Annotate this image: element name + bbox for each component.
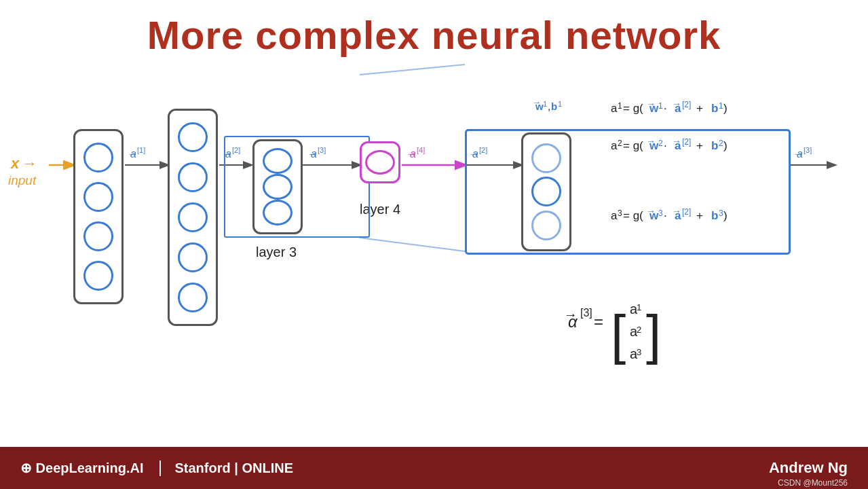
svg-text:[4]: [4]: [417, 146, 425, 154]
neuron-l2-5: [178, 283, 208, 312]
neuron-l1-2: [83, 182, 113, 212]
svg-text:→: →: [406, 148, 417, 160]
svg-text:→: →: [646, 98, 656, 109]
w1b1-label: → w 1 , b 1: [532, 97, 562, 112]
svg-text:→: →: [793, 148, 804, 160]
svg-text:a: a: [630, 346, 638, 361]
svg-text:+: +: [696, 102, 703, 115]
svg-text:1: 1: [618, 101, 622, 111]
svg-text:3: 3: [637, 347, 641, 357]
svg-text:a: a: [410, 148, 416, 160]
svg-line-27: [360, 65, 465, 75]
layer4-box: [360, 141, 400, 183]
svg-text:a: a: [630, 324, 638, 339]
neuron-l1-3: [83, 221, 113, 251]
neuron-detail-2: [531, 177, 561, 206]
svg-text:): ): [723, 102, 728, 115]
neuron-l1-1: [83, 143, 113, 173]
layer3-detail-box: [521, 132, 571, 251]
credit-text: CSDN @Mount256: [778, 478, 848, 488]
svg-text:[3]: [3]: [804, 146, 812, 154]
neuron-detail-3: [531, 211, 561, 240]
svg-text:1: 1: [719, 101, 723, 111]
footer-left: ⊕ DeepLearning.AI Stanford | ONLINE: [20, 460, 293, 476]
svg-text:2: 2: [637, 325, 641, 335]
neuron-l3-1: [263, 148, 293, 174]
svg-text:a: a: [675, 102, 681, 115]
deeplearning-logo: ⊕ DeepLearning.AI: [20, 460, 143, 476]
neuron-l2-4: [178, 242, 208, 272]
svg-text:a: a: [630, 302, 638, 316]
svg-text:→: →: [563, 307, 577, 322]
footer: ⊕ DeepLearning.AI Stanford | ONLINE Andr…: [0, 447, 868, 489]
neuron-l2-1: [178, 122, 208, 152]
svg-text:a: a: [611, 102, 618, 115]
stanford-logo: Stanford | ONLINE: [159, 460, 293, 476]
svg-text:1: 1: [543, 100, 547, 108]
svg-text:[1]: [1]: [137, 146, 145, 154]
svg-text:[3]: [3]: [580, 307, 592, 319]
svg-text:x: x: [10, 155, 20, 172]
svg-text:w: w: [535, 101, 544, 112]
layer3-box: [252, 139, 303, 234]
neuron-l4-1: [365, 150, 395, 175]
svg-line-28: [360, 238, 465, 251]
equation-1: a 1 = g( → w 1 · → a [2] + b 1 ): [611, 98, 728, 115]
svg-text:1: 1: [558, 100, 562, 108]
neuron-l2-2: [178, 162, 208, 192]
matrix-notation: → α [3] = [ a 1 a 2 a 3 ]: [563, 302, 661, 365]
layer2-box: [168, 109, 218, 326]
svg-text:b: b: [551, 101, 557, 112]
svg-text:w: w: [649, 102, 659, 115]
neuron-l2-3: [178, 202, 208, 232]
neuron-detail-1: [531, 143, 561, 173]
svg-text:·: ·: [664, 102, 667, 115]
svg-text:→: →: [532, 97, 541, 107]
svg-text:a: a: [130, 148, 136, 160]
svg-text:→: →: [672, 98, 681, 109]
svg-text:= g(: = g(: [623, 102, 643, 115]
svg-text:=: =: [594, 312, 603, 331]
svg-text:1: 1: [637, 302, 641, 312]
neuron-l3-3: [263, 200, 293, 225]
layer3-label: layer 3: [256, 244, 297, 259]
deeplearning-icon: ⊕: [20, 460, 32, 475]
page-title: More complex neural network: [0, 0, 868, 58]
svg-text:→: →: [127, 148, 138, 160]
svg-text:input: input: [8, 173, 37, 187]
svg-text:a: a: [797, 148, 803, 160]
svg-text:b: b: [711, 102, 718, 115]
neuron-l1-4: [83, 261, 113, 291]
detailed-layer-box: [465, 129, 791, 255]
svg-text:1: 1: [658, 101, 663, 111]
neuron-l3-2: [263, 174, 293, 200]
x-vector-label: →: [22, 155, 37, 172]
svg-text:α: α: [568, 312, 578, 331]
svg-text:[2]: [2]: [682, 100, 691, 109]
layer1-box: [73, 129, 124, 304]
author-name: Andrew Ng: [769, 459, 848, 477]
svg-text:]: ]: [646, 304, 661, 365]
svg-text:,: ,: [548, 101, 550, 112]
svg-text:[: [: [611, 304, 626, 365]
